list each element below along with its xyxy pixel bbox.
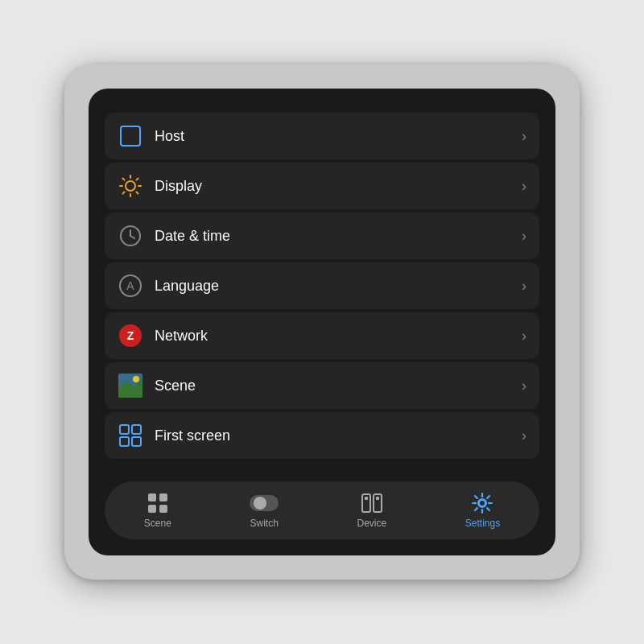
menu-item-datetime[interactable]: Date & time › (105, 213, 539, 259)
nav-settings-icon (471, 492, 493, 514)
menu-item-language[interactable]: A Language › (105, 262, 539, 309)
nav-label-scene: Scene (144, 518, 171, 529)
svg-rect-23 (159, 493, 167, 502)
chevron-icon-language: › (522, 278, 526, 295)
chevron-icon-display: › (522, 178, 526, 195)
menu-label-network: Network (155, 328, 522, 345)
svg-line-7 (136, 179, 138, 180)
svg-rect-22 (148, 493, 156, 502)
menu-item-network[interactable]: Z Network › (105, 312, 539, 359)
menu-label-display: Display (155, 178, 522, 195)
device-screen: Host › (89, 89, 555, 555)
bottom-nav: Scene Switch (105, 481, 539, 539)
chevron-icon-network: › (522, 328, 526, 345)
nav-label-device: Device (357, 518, 386, 529)
menu-label-language: Language (155, 278, 522, 295)
chevron-icon-datetime: › (522, 228, 526, 245)
menu-label-firstscreen: First screen (155, 427, 522, 444)
chevron-icon-host: › (522, 128, 526, 145)
svg-point-0 (126, 181, 135, 191)
svg-rect-19 (132, 425, 141, 434)
host-icon (118, 123, 143, 149)
chevron-icon-firstscreen: › (522, 427, 526, 444)
svg-point-41 (479, 500, 485, 506)
datetime-icon (118, 223, 143, 249)
svg-line-37 (476, 496, 478, 498)
menu-label-host: Host (155, 128, 522, 145)
svg-rect-20 (120, 437, 129, 446)
nav-device-icon (361, 492, 383, 514)
display-icon (118, 173, 143, 199)
nav-item-scene[interactable]: Scene (131, 485, 184, 535)
scene-icon (118, 373, 143, 398)
svg-line-6 (136, 192, 138, 193)
nav-item-switch[interactable]: Switch (237, 485, 291, 535)
svg-line-40 (476, 508, 478, 510)
svg-rect-21 (132, 437, 141, 446)
language-icon: A (118, 273, 143, 299)
nav-item-settings[interactable]: Settings (452, 485, 513, 535)
svg-rect-31 (376, 497, 379, 500)
svg-point-16 (133, 376, 139, 382)
chevron-icon-scene: › (522, 378, 526, 394)
svg-rect-30 (365, 497, 368, 500)
menu-label-scene: Scene (155, 378, 522, 394)
nav-switch-icon (253, 492, 275, 514)
network-icon: Z (118, 323, 143, 349)
settings-menu: Host › (105, 113, 539, 473)
nav-scene-icon (147, 492, 169, 514)
device-frame: Host › (64, 64, 580, 580)
svg-text:Z: Z (127, 329, 134, 342)
nav-label-settings: Settings (465, 518, 500, 529)
svg-line-5 (123, 179, 125, 180)
svg-line-11 (130, 236, 134, 238)
nav-label-switch: Switch (250, 518, 278, 529)
menu-item-scene[interactable]: Scene › (105, 362, 539, 409)
svg-line-8 (123, 192, 125, 193)
nav-item-device[interactable]: Device (344, 485, 399, 535)
menu-item-host[interactable]: Host › (105, 113, 539, 159)
firstscreen-icon (118, 423, 143, 448)
menu-item-display[interactable]: Display › (105, 163, 539, 209)
menu-item-firstscreen[interactable]: First screen › (105, 412, 539, 459)
svg-rect-24 (148, 505, 156, 513)
svg-line-38 (488, 508, 490, 510)
svg-rect-18 (120, 425, 129, 434)
svg-rect-25 (159, 505, 167, 513)
svg-point-27 (254, 497, 266, 510)
menu-label-datetime: Date & time (155, 228, 522, 245)
svg-line-39 (488, 496, 490, 498)
